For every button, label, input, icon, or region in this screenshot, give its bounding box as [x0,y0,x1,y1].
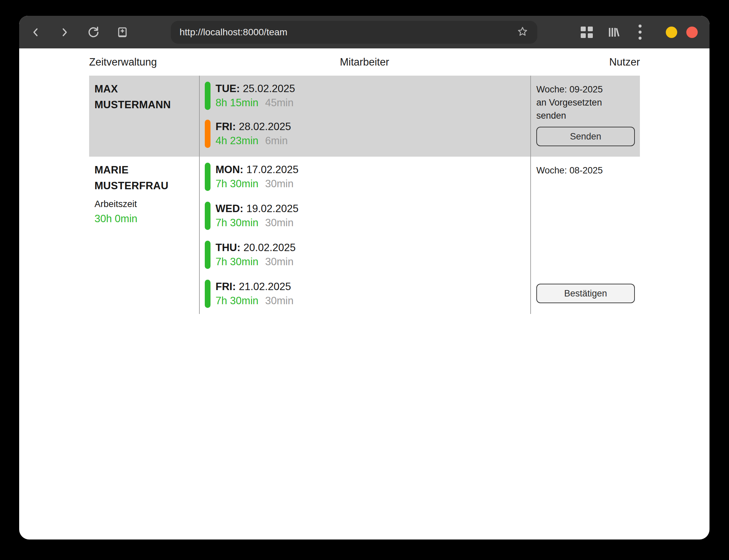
entry-break: 30min [265,217,294,229]
entry-day: TUE: [216,83,240,94]
time-entry: FRI:28.02.2025 4h 23min6min [205,120,530,148]
employee-name-line: MARIE [94,162,199,178]
employee-name-line: MUSTERMANN [94,97,199,113]
kebab-menu-icon [639,25,642,40]
url-text[interactable]: http://localhost:8000/team [180,27,287,38]
browser-window: http://localhost:8000/team [19,16,709,539]
entry-day: FRI: [216,121,236,132]
entry-day: FRI: [216,281,236,292]
new-tab-button[interactable] [116,26,129,39]
browser-toolbar: http://localhost:8000/team [19,16,709,48]
entry-times-line: 7h 30min30min [216,177,299,191]
entry-date: 28.02.2025 [239,121,291,132]
entry-times-line: 8h 15min45min [216,96,295,110]
entry-date: 21.02.2025 [239,281,291,292]
week-label-line: an Vorgesetzten [536,96,635,109]
nav-item-nutzer[interactable]: Nutzer [456,55,640,69]
status-bar [205,202,210,230]
bestaetigen-button[interactable]: Bestätigen [536,284,635,303]
entry-date-line: FRI:21.02.2025 [216,280,294,294]
entry-duration: 7h 30min [216,178,259,190]
week-label-line: senden [536,109,635,122]
time-entries-cell: MON:17.02.2025 7h 30min30min WED:19.02.2… [199,157,530,314]
entry-day: MON: [216,164,243,175]
worktime-value: 30h 0min [94,213,199,225]
entry-break: 6min [265,135,288,147]
employee-row-marie-musterfrau: MARIE MUSTERFRAU Arbeitszeit 30h 0min MO… [89,157,640,314]
status-bar [205,82,210,110]
forward-button[interactable] [58,26,71,39]
time-entries-cell: TUE:25.02.2025 8h 15min45min FRI:28.02.2… [199,76,530,157]
employee-row-max-mustermann: MAX MUSTERMANN TUE:25.02.2025 8h 15min45… [89,76,640,157]
employee-name-line: MUSTERFRAU [94,178,199,194]
week-label-line: Woche: 08-2025 [536,164,635,177]
toolbar-right-group [580,26,698,39]
tab-overview-button[interactable] [580,26,593,39]
entry-day: THU: [216,242,240,253]
entry-duration: 7h 30min [216,295,259,307]
entry-day: WED: [216,203,243,214]
forward-icon [60,27,70,38]
status-bar [205,163,210,191]
employee-name-line: MAX [94,81,199,97]
tabs-grid-icon [581,27,593,38]
time-entry: THU:20.02.2025 7h 30min30min [205,241,530,269]
week-action-cell: Woche: 09-2025 an Vorgesetzten senden Se… [530,76,640,157]
entry-break: 30min [265,178,294,190]
entry-times-line: 7h 30min30min [216,294,294,308]
entry-break: 45min [265,97,294,109]
employee-name-cell: MAX MUSTERMANN [89,76,199,157]
entry-date: 25.02.2025 [243,83,295,94]
entry-duration: 4h 23min [216,135,259,147]
nav-button-group [29,26,129,39]
close-button[interactable] [686,27,698,38]
minimize-button[interactable] [666,27,677,38]
status-bar [205,241,210,269]
url-bar[interactable]: http://localhost:8000/team [171,21,537,44]
nav-item-mitarbeiter[interactable]: Mitarbeiter [273,55,456,69]
week-label-line: Woche: 09-2025 [536,83,635,96]
status-bar [205,120,210,148]
library-icon [607,26,620,39]
entry-date-line: WED:19.02.2025 [216,202,299,216]
entry-date-line: FRI:28.02.2025 [216,120,291,134]
reload-icon [87,26,100,39]
time-entry: TUE:25.02.2025 8h 15min45min [205,82,530,110]
page-nav: Zeitverwaltung Mitarbeiter Nutzer [89,55,640,69]
team-page: Zeitverwaltung Mitarbeiter Nutzer MAX MU… [19,48,709,314]
entry-duration: 8h 15min [216,97,259,109]
worktime-label: Arbeitszeit [94,199,199,209]
library-button[interactable] [607,26,620,39]
time-entry: FRI:21.02.2025 7h 30min30min [205,280,530,308]
time-entry: WED:19.02.2025 7h 30min30min [205,202,530,230]
entry-duration: 7h 30min [216,217,259,229]
bookmark-star-icon[interactable] [516,26,529,39]
new-tab-icon [116,26,128,38]
nav-item-zeitverwaltung[interactable]: Zeitverwaltung [89,55,273,69]
entry-date-line: MON:17.02.2025 [216,163,299,177]
entry-date: 20.02.2025 [243,242,296,253]
senden-button[interactable]: Senden [536,127,635,146]
menu-button[interactable] [634,26,646,39]
entry-date-line: THU:20.02.2025 [216,241,296,255]
entry-break: 30min [265,295,294,307]
status-bar [205,280,210,308]
reload-button[interactable] [87,26,100,39]
entry-times-line: 7h 30min30min [216,255,296,269]
entry-times-line: 7h 30min30min [216,216,299,230]
entry-date: 17.02.2025 [246,164,299,175]
entry-break: 30min [265,256,294,268]
entry-times-line: 4h 23min6min [216,134,291,148]
entry-duration: 7h 30min [216,256,259,268]
entry-date-line: TUE:25.02.2025 [216,82,295,96]
entry-date: 19.02.2025 [246,203,299,214]
back-icon [31,27,41,38]
employee-name-cell: MARIE MUSTERFRAU Arbeitszeit 30h 0min [89,157,199,314]
time-entry: MON:17.02.2025 7h 30min30min [205,163,530,191]
back-button[interactable] [29,26,42,39]
week-action-cell: Woche: 08-2025 Bestätigen [530,157,640,314]
